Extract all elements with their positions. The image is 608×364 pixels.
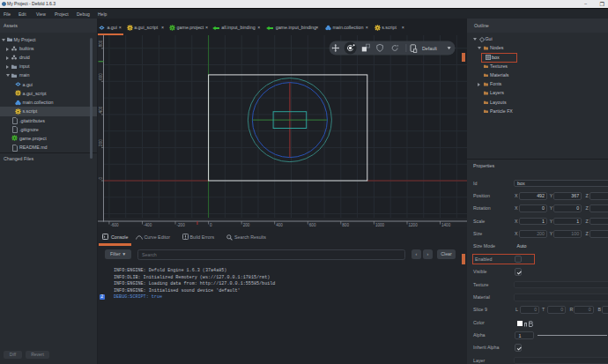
svg-text:1200: 1200: [409, 223, 419, 227]
svg-text:-200: -200: [177, 223, 186, 227]
svg-text:200: 200: [99, 139, 103, 146]
svg-text:800: 800: [342, 223, 349, 227]
svg-text:-600: -600: [110, 223, 119, 227]
svg-text:Default: Default: [422, 46, 437, 51]
svg-text:800: 800: [99, 40, 103, 47]
svg-text:200: 200: [243, 223, 250, 227]
svg-text:0: 0: [210, 223, 212, 227]
svg-text:400: 400: [99, 106, 103, 113]
svg-text:0: 0: [99, 177, 103, 180]
svg-text:1400: 1400: [441, 223, 451, 227]
svg-text:600: 600: [99, 73, 103, 80]
svg-text:-400: -400: [144, 223, 152, 227]
svg-text:400: 400: [276, 223, 283, 227]
svg-text:1000: 1000: [375, 223, 385, 227]
svg-text:600: 600: [309, 223, 316, 227]
